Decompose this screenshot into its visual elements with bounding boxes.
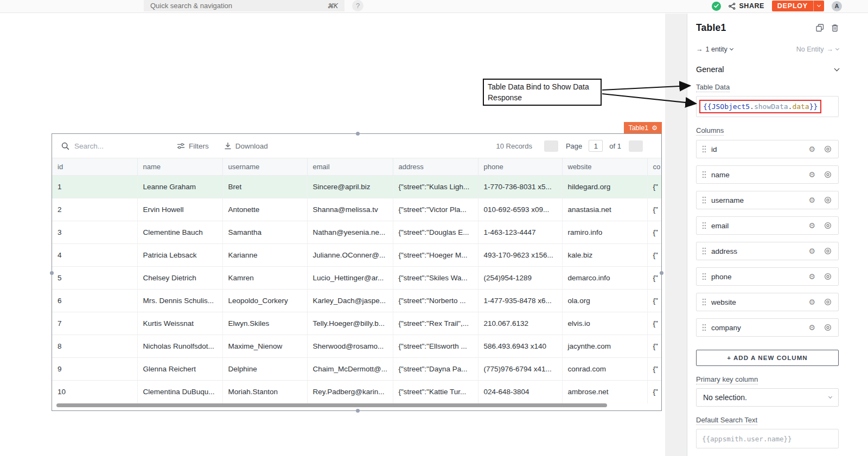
table-cell[interactable]: (254)954-1289 — [478, 267, 562, 290]
column-settings-icon[interactable]: ⚙ — [808, 171, 815, 178]
general-section-header[interactable]: General — [696, 65, 839, 74]
drag-handle-icon[interactable] — [702, 298, 706, 306]
drag-handle-icon[interactable] — [702, 324, 706, 331]
table-cell[interactable]: Moriah.Stanton — [222, 381, 307, 403]
table-cell[interactable]: demarco.info — [562, 267, 647, 290]
table-cell[interactable]: {" — [647, 221, 661, 244]
table-cell[interactable]: 6 — [52, 290, 137, 312]
table-cell[interactable]: {"street":"Rex Trail",... — [393, 312, 478, 335]
table-cell[interactable]: 1 — [52, 176, 137, 198]
default-search-input[interactable]: {{appsmith.user.name}} — [696, 429, 839, 448]
table-cell[interactable]: Delphine — [222, 358, 307, 381]
table-row[interactable]: 2Ervin HowellAntonetteShanna@melissa.tv{… — [52, 198, 661, 221]
deploy-dropdown-button[interactable] — [814, 5, 824, 7]
table-cell[interactable]: Kurtis Weissnat — [137, 312, 222, 335]
table-cell[interactable]: {"street":"Hoeger M... — [393, 244, 478, 267]
resize-handle-right[interactable] — [660, 271, 663, 275]
widget-settings-icon[interactable]: ⚙ — [652, 125, 658, 131]
table-row[interactable]: 6Mrs. Dennis Schulis...Leopoldo_CorkeryK… — [52, 290, 661, 312]
help-button[interactable]: ? — [352, 0, 363, 11]
table-cell[interactable]: 8 — [52, 335, 137, 358]
download-button[interactable]: Download — [224, 142, 268, 150]
table-cell[interactable]: 1-770-736-8031 x5... — [478, 176, 562, 198]
table-cell[interactable]: 4 — [52, 244, 137, 267]
table-row[interactable]: 7Kurtis WeissnatElwyn.SkilesTelly.Hoeger… — [52, 312, 661, 335]
table-cell[interactable]: Glenna Reichert — [137, 358, 222, 381]
table-cell[interactable]: Lucio_Hettinger@ar... — [307, 267, 393, 290]
column-settings-icon[interactable]: ⚙ — [808, 196, 815, 204]
table-cell[interactable]: 7 — [52, 312, 137, 335]
table-cell[interactable]: {" — [647, 358, 661, 381]
drag-handle-icon[interactable] — [702, 247, 706, 255]
table-cell[interactable]: {"street":"Ellsworth ... — [393, 335, 478, 358]
table-cell[interactable]: hildegard.org — [562, 176, 647, 198]
panel-column-item[interactable]: company ⚙ — [696, 318, 839, 337]
panel-column-item[interactable]: name ⚙ — [696, 165, 839, 184]
table-cell[interactable]: 5 — [52, 267, 137, 290]
panel-column-item[interactable]: phone ⚙ — [696, 267, 839, 286]
column-visibility-icon[interactable] — [824, 324, 832, 331]
table-cell[interactable]: ola.org — [562, 290, 647, 312]
drag-handle-icon[interactable] — [702, 171, 706, 178]
table-cell[interactable]: {" — [647, 312, 661, 335]
table-cell[interactable]: kale.biz — [562, 244, 647, 267]
table-cell[interactable]: 024-648-3804 — [478, 381, 562, 403]
delete-widget-icon[interactable] — [831, 24, 839, 32]
table-cell[interactable]: Maxime_Nienow — [222, 335, 307, 358]
table-cell[interactable]: {"street":"Skiles Wa... — [393, 267, 478, 290]
table-cell[interactable]: ambrose.net — [562, 381, 647, 403]
table-widget[interactable]: Table1 ⚙ Search... Filters — [52, 133, 662, 411]
table-cell[interactable]: Sherwood@rosamo... — [307, 335, 393, 358]
table-cell[interactable]: 2 — [52, 198, 137, 221]
resize-handle-bottom[interactable] — [356, 409, 360, 413]
table-cell[interactable]: {"street":"Kattie Tur... — [393, 381, 478, 403]
column-header[interactable]: co — [647, 158, 661, 176]
resize-handle-left[interactable] — [50, 271, 54, 275]
table-cell[interactable]: {" — [647, 176, 661, 198]
table-cell[interactable]: {" — [647, 381, 661, 403]
table-row[interactable]: 4Patricia LebsackKarianneJulianne.OConne… — [52, 244, 661, 267]
table-row[interactable]: 8Nicholas Runolfsdot...Maxime_NienowSher… — [52, 335, 661, 358]
filters-button[interactable]: Filters — [177, 142, 209, 150]
table-row[interactable]: 3Clementine BauchSamanthaNathan@yesenia.… — [52, 221, 661, 244]
column-settings-icon[interactable]: ⚙ — [808, 145, 815, 153]
column-visibility-icon[interactable] — [824, 247, 832, 255]
column-header[interactable]: address — [393, 158, 478, 176]
column-settings-icon[interactable]: ⚙ — [808, 222, 815, 229]
table-cell[interactable]: Ervin Howell — [137, 198, 222, 221]
table-cell[interactable]: Chaim_McDermott@... — [307, 358, 393, 381]
copy-widget-icon[interactable] — [816, 24, 824, 32]
widget-name-tag[interactable]: Table1 ⚙ — [624, 122, 662, 133]
incoming-entities-dropdown[interactable]: → 1 entity — [696, 46, 733, 53]
column-visibility-icon[interactable] — [824, 145, 832, 153]
column-visibility-icon[interactable] — [824, 222, 832, 229]
table-cell[interactable]: Nathan@yesenia.ne... — [307, 221, 393, 244]
table-cell[interactable]: {"street":"Kulas Ligh... — [393, 176, 478, 198]
add-new-column-button[interactable]: + ADD A NEW COLUMN — [696, 350, 839, 366]
quick-search-input[interactable]: Quick search & navigation ⌘K — [144, 0, 344, 11]
table-cell[interactable]: Clementina DuBuqu... — [137, 381, 222, 403]
table-row[interactable]: 5Chelsey DietrichKamrenLucio_Hettinger@a… — [52, 267, 661, 290]
table-cell[interactable]: Clementine Bauch — [137, 221, 222, 244]
table-search-input[interactable]: Search... — [52, 142, 177, 150]
table-cell[interactable]: 1-477-935-8478 x6... — [478, 290, 562, 312]
table-cell[interactable]: 010-692-6593 x09... — [478, 198, 562, 221]
panel-column-item[interactable]: id ⚙ — [696, 140, 839, 158]
column-header[interactable]: website — [562, 158, 647, 176]
table-cell[interactable]: Elwyn.Skiles — [222, 312, 307, 335]
table-cell[interactable]: 10 — [52, 381, 137, 403]
column-visibility-icon[interactable] — [824, 171, 832, 178]
table-cell[interactable]: Leopoldo_Corkery — [222, 290, 307, 312]
table-cell[interactable]: Patricia Lebsack — [137, 244, 222, 267]
table-cell[interactable]: Leanne Graham — [137, 176, 222, 198]
share-button[interactable]: SHARE — [729, 2, 764, 10]
table-cell[interactable]: {"street":"Victor Pla... — [393, 198, 478, 221]
table-cell[interactable]: Karianne — [222, 244, 307, 267]
column-settings-icon[interactable]: ⚙ — [808, 324, 815, 331]
table-cell[interactable]: Chelsey Dietrich — [137, 267, 222, 290]
column-settings-icon[interactable]: ⚙ — [808, 298, 815, 306]
panel-column-item[interactable]: address ⚙ — [696, 242, 839, 260]
table-cell[interactable]: 3 — [52, 221, 137, 244]
table-cell[interactable]: {"street":"Dayna Pa... — [393, 358, 478, 381]
table-cell[interactable]: 586.493.6943 x140 — [478, 335, 562, 358]
